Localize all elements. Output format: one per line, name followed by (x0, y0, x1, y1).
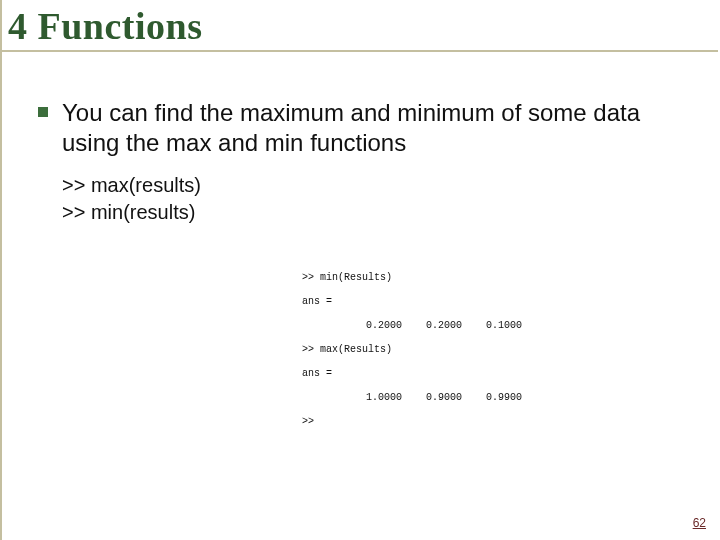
bullet-text: You can find the maximum and minimum of … (62, 98, 684, 158)
matlab-console: >> min(Results) ans = 0.2000 0.2000 0.10… (302, 270, 602, 430)
code-line-1: >> max(results) (62, 172, 684, 199)
slide-body: You can find the maximum and minimum of … (2, 52, 720, 226)
console-min-values: 0.2000 0.2000 0.1000 (302, 318, 602, 334)
example-code: >> max(results) >> min(results) (62, 172, 684, 226)
title-bar: 4 Functions (2, 0, 718, 52)
console-cmd-min: >> min(Results) (302, 270, 602, 286)
console-cmd-max: >> max(Results) (302, 342, 602, 358)
code-line-2: >> min(results) (62, 199, 684, 226)
console-ans-label-2: ans = (302, 366, 602, 382)
page-number: 62 (693, 516, 706, 530)
bullet-item: You can find the maximum and minimum of … (38, 98, 684, 158)
square-bullet-icon (38, 107, 48, 117)
console-prompt: >> (302, 414, 602, 430)
console-max-values: 1.0000 0.9000 0.9900 (302, 390, 602, 406)
slide: 4 Functions You can find the maximum and… (0, 0, 720, 540)
console-ans-label-1: ans = (302, 294, 602, 310)
slide-title: 4 Functions (8, 4, 718, 48)
